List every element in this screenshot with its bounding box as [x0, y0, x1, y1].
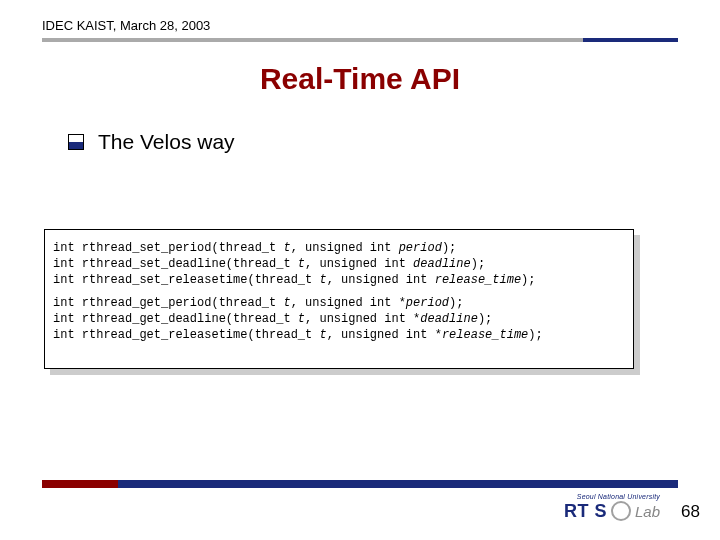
- logo-main: RT S Lab: [550, 501, 660, 522]
- logo-rtos-text: RT S: [564, 501, 607, 522]
- logo-university-text: Seoul National University: [550, 493, 660, 500]
- code-line-1: int rthread_set_period(thread_t t, unsig…: [53, 240, 625, 256]
- bullet-text: The Velos way: [98, 130, 235, 154]
- page-number: 68: [681, 502, 700, 522]
- code-line-6: int rthread_get_releasetime(thread_t t, …: [53, 327, 625, 343]
- header-rule: [42, 38, 678, 42]
- logo-circle-icon: [611, 501, 631, 521]
- bullet-icon: [68, 134, 84, 150]
- bullet-row: The Velos way: [68, 130, 235, 154]
- code-block: int rthread_set_period(thread_t t, unsig…: [44, 229, 634, 369]
- code-line-4: int rthread_get_period(thread_t t, unsig…: [53, 295, 625, 311]
- code-line-3: int rthread_set_releasetime(thread_t t, …: [53, 272, 625, 288]
- slide-header: IDEC KAIST, March 28, 2003: [42, 18, 210, 33]
- slide-title: Real-Time API: [0, 62, 720, 96]
- code-line-2: int rthread_set_deadline(thread_t t, uns…: [53, 256, 625, 272]
- code-line-5: int rthread_get_deadline(thread_t t, uns…: [53, 311, 625, 327]
- logo-lab-text: Lab: [635, 503, 660, 520]
- footer-rule: [42, 480, 678, 488]
- footer-logo: Seoul National University RT S Lab: [550, 493, 660, 522]
